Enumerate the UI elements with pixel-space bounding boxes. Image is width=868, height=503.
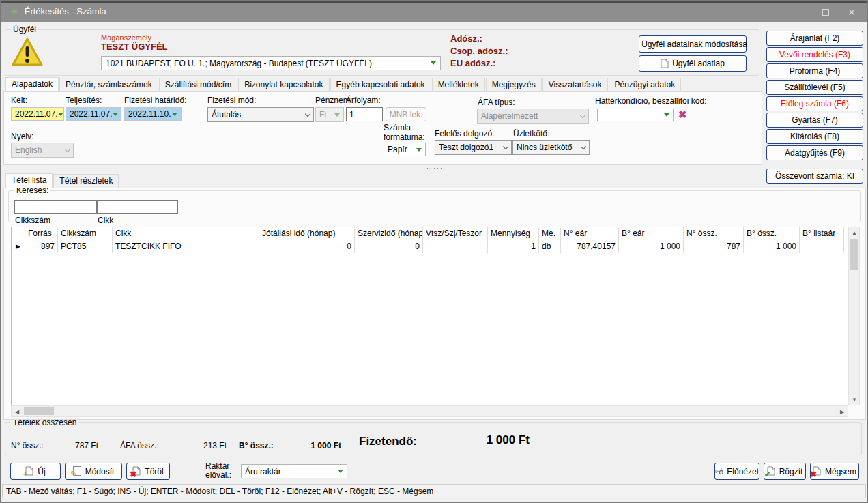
customer-datasheet-button[interactable]: Ügyfél adatlap (639, 55, 747, 72)
customer-address-select[interactable]: 1021 BUDAPEST, FŐ U. 1.; Magyarország - … (101, 56, 441, 70)
column-header-12[interactable]: N° össz. (684, 227, 744, 240)
column-header-5[interactable]: Jótállási idő (hónap) (259, 227, 355, 240)
action-button-1[interactable]: Árajánlat (F2) (766, 31, 863, 46)
item-grid: ForrásCikkszámCikkJótállási idő (hónap)S… (11, 227, 848, 405)
grid-data-row[interactable]: ▶897PCT85TESZTCIKK FIFO001db787,401571 0… (12, 240, 848, 253)
customer-modify-label: Ügyfél adatainak módosítása (641, 40, 747, 49)
window-title: Értékesítés - Számla (25, 6, 106, 16)
close-button[interactable]: × (839, 3, 865, 22)
uzletkoto-select[interactable]: Nincs üzletkötő (512, 140, 590, 155)
customer-datasheet-label: Ügyfél adatlap (672, 59, 725, 68)
main-tab-2[interactable]: Pénztár, számlaszámok (59, 78, 158, 91)
column-header-13[interactable]: B° össz. (744, 227, 800, 240)
scroll-left-icon[interactable]: ◀ (12, 406, 23, 417)
penznem-select[interactable]: Ft (315, 107, 344, 122)
scroll-right-icon[interactable]: ▶ (837, 406, 848, 417)
column-header-14[interactable]: B° listaár (800, 227, 844, 240)
customer-address-value: 1021 BUDAPEST, FŐ U. 1.; Magyarország - … (106, 59, 431, 68)
column-header-2[interactable]: Forrás (25, 227, 58, 240)
warehouse-preselect-value: Áru raktár (245, 467, 281, 476)
modify-item-label: Módosít (85, 467, 115, 476)
column-header-1[interactable] (12, 227, 25, 240)
netto-total-value: 787 Ft (46, 441, 98, 450)
vertical-scrollbar[interactable]: ▲ ▼ (848, 227, 860, 405)
hatarido-label: Fizetési határidő: (124, 96, 186, 105)
column-header-3[interactable]: Cikkszám (58, 227, 113, 240)
szamla-formatum-value: Papír (388, 145, 407, 154)
column-header-10[interactable]: N° eár (561, 227, 619, 240)
column-header-9[interactable]: Me. (539, 227, 561, 240)
vertical-scroll-thumb[interactable] (850, 239, 858, 270)
cancel-document-icon: ✖ (813, 466, 822, 476)
chevron-down-icon (503, 144, 508, 149)
add-icon: + (23, 470, 27, 478)
action-button-8[interactable]: Adatgyűjtés (F9) (766, 145, 863, 160)
action-button-4[interactable]: Szállítólevél (F5) (766, 80, 863, 95)
totals-groupbox: Tételek összesen N° össz.: 787 Ft ÁFA ös… (5, 422, 862, 455)
main-tab-9[interactable]: Pénzügyi adatok (609, 78, 682, 91)
column-header-4[interactable]: Cikk (113, 227, 259, 240)
modify-item-button[interactable]: ✎ Módosít (65, 463, 122, 480)
column-header-6[interactable]: Szervizidő (hónap) (355, 227, 423, 240)
action-button-6[interactable]: Gyártás (F7) (766, 113, 863, 128)
kelt-datepicker[interactable]: 2022.11.07. (11, 107, 64, 121)
hatarido-datepicker[interactable]: 2022.11.10. (124, 107, 182, 121)
main-tab-5[interactable]: Egyéb kapcsolati adatok (330, 78, 431, 91)
action-button-5[interactable]: Előleg számla (F6) (766, 96, 863, 111)
main-tab-3[interactable]: Szállítási mód/cím (159, 78, 237, 91)
chevron-down-icon (581, 144, 586, 149)
warehouse-preselect-select[interactable]: Áru raktár (241, 464, 347, 478)
column-header-11[interactable]: B° eár (619, 227, 684, 240)
splitter-handle[interactable] (3, 167, 866, 172)
action-button-3[interactable]: Proforma (F4) (766, 63, 863, 78)
customer-modify-button[interactable]: Ügyfél adatainak módosítása (639, 35, 747, 53)
item-tab-1[interactable]: Tétel lista (5, 173, 53, 188)
action-button-2[interactable]: Vevői rendelés (F3) (766, 47, 863, 62)
sales-invoice-window: ✳ Értékesítés - Számla × Ügyfél Magánsze… (0, 0, 868, 503)
clear-icon[interactable]: ✖ (678, 109, 687, 119)
main-tab-1[interactable]: Alapadatok (5, 77, 59, 91)
main-tab-6[interactable]: Mellékletek (432, 78, 485, 91)
scroll-down-icon[interactable]: ▼ (849, 394, 860, 405)
save-document-icon: ✔ (767, 466, 776, 476)
column-header-8[interactable]: Mennyiség (488, 227, 539, 240)
action-button-7[interactable]: Kitárolás (F8) (766, 129, 863, 144)
horizontal-scrollbar[interactable]: ◀ ▶ (11, 405, 848, 417)
main-tab-7[interactable]: Megjegyzés (486, 78, 542, 91)
mnb-button[interactable]: MNB lek. (386, 107, 426, 121)
delete-item-button[interactable]: ✖ Töröl (126, 463, 170, 480)
scroll-up-icon[interactable]: ▲ (849, 227, 860, 238)
tax-number-label: Adósz.: (450, 33, 482, 44)
felelos-value: Teszt dolgozó1 (439, 143, 493, 152)
nyelv-select[interactable]: English (11, 143, 74, 158)
felelos-select[interactable]: Teszt dolgozó1 (435, 140, 512, 155)
preview-button[interactable]: Előnézet (714, 463, 760, 480)
delete-item-label: Töröl (145, 467, 163, 476)
szamla-formatum-select[interactable]: Papír (384, 143, 426, 156)
nyelv-label: Nyelv: (11, 132, 33, 141)
felelos-label: Felelős dolgozó: (435, 129, 494, 139)
search-cikkszam-input[interactable] (14, 200, 97, 214)
fizetesi-mod-value: Átutalás (212, 110, 241, 119)
save-button[interactable]: ✔ Rögzít (764, 463, 806, 480)
cell-8: 1 (488, 240, 539, 253)
maximize-button[interactable] (813, 3, 839, 22)
main-tab-8[interactable]: Visszatartások (542, 78, 608, 91)
afa-tipus-select[interactable]: Alapértelmezett (477, 109, 589, 124)
teljesites-datepicker[interactable]: 2022.11.07. (66, 107, 121, 121)
dropdown-arrow-icon (334, 113, 340, 117)
arfolyam-input[interactable] (346, 107, 383, 121)
new-item-button[interactable]: + Új (10, 463, 61, 480)
cell-11: 1 000 (619, 240, 684, 253)
fizetesi-mod-select[interactable]: Átutalás (207, 107, 314, 122)
search-groupbox: Keresés: Cikkszám Cikk (8, 190, 861, 222)
item-tab-2[interactable]: Tétel részletek (53, 174, 119, 188)
warning-icon (11, 36, 44, 69)
nyelv-value: English (15, 145, 42, 155)
column-header-7[interactable]: Vtsz/Szj/Teszor (423, 227, 488, 240)
search-cikk-input[interactable] (97, 200, 178, 214)
hatterkondicio-select[interactable] (597, 109, 674, 121)
main-tab-4[interactable]: Bizonylat kapcsolatok (238, 78, 329, 91)
horizontal-scroll-thumb[interactable] (24, 407, 54, 415)
cancel-button[interactable]: ✖ Mégsem (810, 463, 859, 480)
